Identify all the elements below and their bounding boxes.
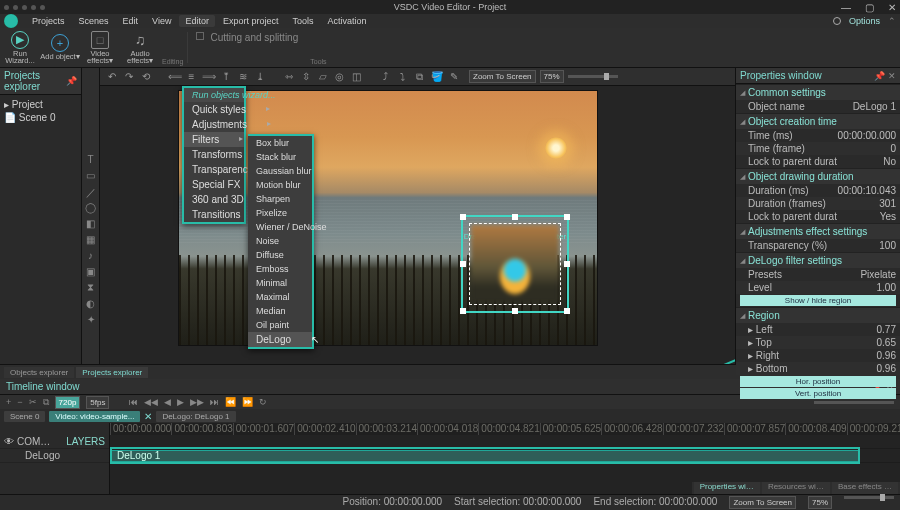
mask-tool-icon[interactable]: ◐ (85, 298, 97, 310)
resize-handle[interactable] (564, 308, 570, 314)
status-zoom-slider[interactable] (844, 496, 894, 499)
align-center-icon[interactable]: ≡ (186, 71, 197, 82)
preview-canvas[interactable]: Drag and move DeLogo filter (100, 86, 735, 364)
resolution-tag[interactable]: 720p (55, 396, 81, 409)
text-tool-icon[interactable]: T (85, 154, 97, 166)
cut-icon[interactable]: ✂ (29, 397, 37, 407)
property-row[interactable]: Duration (frames)301 (736, 197, 900, 210)
resize-handle[interactable] (564, 261, 570, 267)
redo-icon[interactable]: ↷ (123, 71, 134, 82)
loop-icon[interactable]: ↻ (259, 397, 267, 407)
step-fwd-icon[interactable]: ⏭ (210, 397, 219, 407)
clip-delogo[interactable]: DeLogo 1 (110, 450, 860, 462)
add-object-button[interactable]: + Add object▾ (40, 28, 80, 67)
dist-h-icon[interactable]: ⇿ (283, 71, 294, 82)
resize-handle[interactable] (512, 214, 518, 220)
play-fwd-icon[interactable]: ▶▶ (190, 397, 204, 407)
menu-item-minimal[interactable]: Minimal (248, 276, 312, 290)
eye-icon[interactable]: 👁 (4, 436, 14, 447)
options-link[interactable]: Options (849, 16, 880, 26)
tab-projects-explorer[interactable]: Projects explorer (76, 367, 148, 378)
add-track-icon[interactable]: + (6, 397, 11, 407)
fps-tag[interactable]: 5fps (86, 396, 109, 409)
property-group-header[interactable]: DeLogo filter settings (736, 252, 900, 268)
property-row[interactable]: Duration (ms)00:00:10.043 (736, 184, 900, 197)
menu-header[interactable]: Run objects wizard... (184, 88, 244, 102)
music-tool-icon[interactable]: ♪ (85, 250, 97, 262)
property-row[interactable]: Transparency (%)100 (736, 239, 900, 252)
property-group-header[interactable]: Region (736, 307, 900, 323)
resize-handle[interactable] (460, 308, 466, 314)
menu-item-sharpen[interactable]: Sharpen (248, 192, 312, 206)
timeline-ruler[interactable]: 00:00:00.00000:00:00.80300:00:01.60700:0… (110, 423, 900, 435)
property-row[interactable]: ▸ Right0.96 (736, 349, 900, 362)
zoom-slider[interactable] (568, 75, 618, 78)
crumb-video[interactable]: Video: video-sample... (49, 411, 140, 422)
copy-icon[interactable]: ⧉ (43, 397, 49, 408)
menu-item-median[interactable]: Median (248, 304, 312, 318)
counter-tool-icon[interactable]: ⧗ (85, 282, 97, 294)
group-icon[interactable]: ⧉ (414, 71, 425, 82)
align-left-icon[interactable]: ⟸ (169, 71, 180, 82)
menu-item-delogo[interactable]: DeLogo↖ (248, 332, 312, 347)
property-row[interactable]: Lock to parent duratNo (736, 155, 900, 168)
video-effects-button[interactable]: □ Video effects▾ (80, 28, 120, 67)
property-row[interactable]: ▸ Bottom0.96 (736, 362, 900, 375)
run-wizard-button[interactable]: ▶ Run Wizard... (0, 28, 40, 67)
menu-item-pixelize[interactable]: Pixelize (248, 206, 312, 220)
property-row[interactable]: PresetsPixelate (736, 268, 900, 281)
crop-icon[interactable]: ◫ (351, 71, 362, 82)
tree-item[interactable]: 📄 Scene 0 (4, 111, 77, 124)
footer-tab-base-effects[interactable]: Base effects … (832, 482, 898, 494)
menu-view[interactable]: View (146, 15, 177, 27)
property-group-header[interactable]: Object drawing duration (736, 168, 900, 184)
property-row[interactable]: Level1.00 (736, 281, 900, 294)
remove-track-icon[interactable]: − (17, 397, 22, 407)
footer-tab-properties[interactable]: Properties wi… (694, 482, 760, 494)
menu-item-adjustments[interactable]: Adjustments▸ (184, 117, 244, 132)
menu-item-transparency[interactable]: Transparency▸ (184, 162, 244, 177)
tab-objects-explorer[interactable]: Objects explorer (4, 367, 74, 378)
track-header[interactable]: 👁COM…LAYERS (0, 435, 109, 449)
play-back-icon[interactable]: ◀◀ (144, 397, 158, 407)
menu-item-motion-blur[interactable]: Motion blur (248, 178, 312, 192)
audio-effects-button[interactable]: ♫ Audio effects▾ (120, 28, 160, 67)
show-hide-region-button[interactable]: Show / hide region (740, 295, 896, 306)
position-button[interactable]: Hor. position (740, 376, 896, 387)
project-tree[interactable]: ▸ Project 📄 Scene 0 (0, 95, 81, 127)
down-layer-icon[interactable]: ⤵ (397, 71, 408, 82)
menu-item-oil-paint[interactable]: Oil paint (248, 318, 312, 332)
go-start-icon[interactable]: ⏪ (225, 397, 236, 407)
align-right-icon[interactable]: ⟹ (203, 71, 214, 82)
go-end-icon[interactable]: ⏩ (242, 397, 253, 407)
bucket-icon[interactable]: 🪣 (431, 71, 442, 82)
crumb-scene[interactable]: Scene 0 (4, 411, 45, 422)
shape-tool-icon[interactable]: ▭ (85, 170, 97, 182)
crumb-delogo[interactable]: DeLogo: DeLogo 1 (156, 411, 235, 422)
menu-item-filters[interactable]: Filters▸ (184, 132, 244, 147)
menu-item-360-3d[interactable]: 360 and 3D▸ (184, 192, 244, 207)
delogo-region[interactable] (461, 215, 569, 313)
zoom-pct-dropdown[interactable]: 75% (540, 70, 564, 83)
align-middle-icon[interactable]: ≋ (237, 71, 248, 82)
menu-item-wiener-denoise[interactable]: Wiener / DeNoise (248, 220, 312, 234)
menu-tools[interactable]: Tools (286, 15, 319, 27)
video-effects-menu[interactable]: Run objects wizard... Quick styles▸ Adju… (182, 86, 246, 224)
eyedrop-icon[interactable]: ✎ (448, 71, 459, 82)
resize-handle[interactable] (460, 261, 466, 267)
align-bottom-icon[interactable]: ⤓ (254, 71, 265, 82)
menu-export[interactable]: Export project (217, 15, 285, 27)
menu-projects[interactable]: Projects (26, 15, 71, 27)
frame-back-icon[interactable]: ◀ (164, 397, 171, 407)
property-row[interactable]: Lock to parent duratYes (736, 210, 900, 223)
tree-item[interactable]: ▸ Project (4, 98, 77, 111)
menu-item-maximal[interactable]: Maximal (248, 290, 312, 304)
menu-activation[interactable]: Activation (321, 15, 372, 27)
line-tool-icon[interactable]: ／ (85, 186, 97, 198)
checkbox-cutsplit[interactable] (196, 32, 204, 40)
resize-handle[interactable] (512, 308, 518, 314)
app-logo-icon[interactable] (4, 14, 18, 28)
property-group-header[interactable]: Common settings (736, 84, 900, 100)
undo-icon[interactable]: ↶ (106, 71, 117, 82)
dist-v-icon[interactable]: ⇳ (300, 71, 311, 82)
